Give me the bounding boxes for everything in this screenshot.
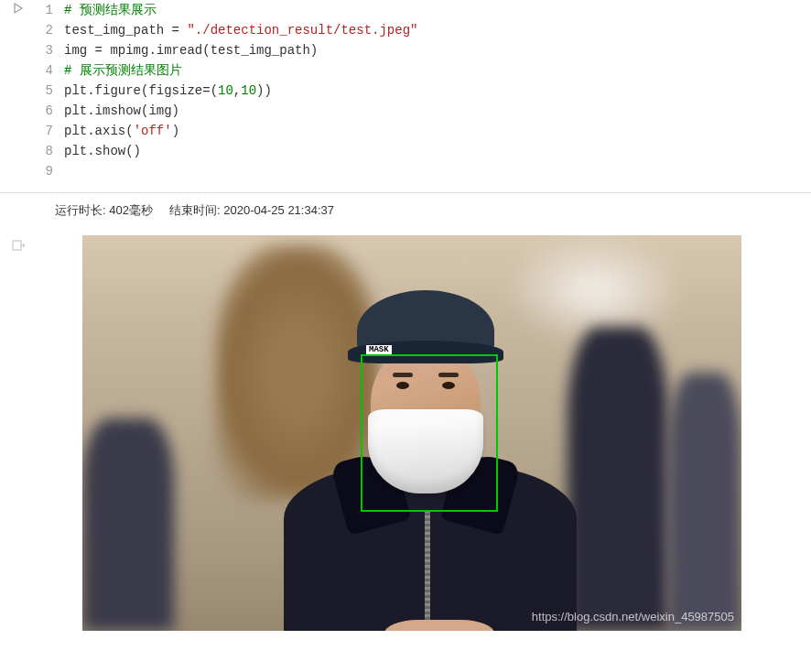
code-line[interactable]: test_img_path = "./detection_result/test… [64,20,802,40]
line-number: 7 [37,121,53,141]
code-line[interactable]: # 展示预测结果图片 [64,60,802,81]
watermark-text: https://blog.csdn.net/weixin_45987505 [532,610,734,623]
line-number-gutter: 123456789 [37,0,64,181]
code-line[interactable]: plt.show() [64,141,802,161]
play-icon [12,2,25,15]
output-indicator [0,235,37,631]
svg-rect-0 [13,241,21,250]
eyebrow [393,373,413,377]
line-number: 4 [37,60,53,81]
runtime-value: 402毫秒 [109,203,153,217]
code-line[interactable]: plt.axis('off') [64,121,802,141]
eyebrow [438,373,459,377]
output-image: MASK https://blog.csdn.net/weixin_459875… [82,235,741,631]
line-number: 6 [37,101,53,121]
eye [442,382,455,389]
foreground-person [302,290,558,631]
line-number: 2 [37,20,53,40]
output-cell: MASK https://blog.csdn.net/weixin_459875… [0,228,811,631]
code-line[interactable]: plt.figure(figsize=(10,10)) [64,81,802,101]
code-line[interactable]: img = mpimg.imread(test_img_path) [64,40,802,60]
output-icon [12,239,25,252]
endtime-label: 结束时间: [169,203,221,217]
output-content: MASK https://blog.csdn.net/weixin_459875… [37,235,811,631]
line-number: 5 [37,81,53,101]
background-person [82,418,174,631]
background-person [668,373,741,631]
runtime-label: 运行时长: [55,203,106,217]
hands [384,620,494,631]
code-cell: 123456789 # 预测结果展示test_img_path = "./det… [0,0,811,193]
endtime-value: 2020-04-25 21:34:37 [223,203,334,217]
code-line[interactable]: plt.imshow(img) [64,101,802,121]
detection-label: MASK [366,345,392,355]
zipper [425,510,430,631]
line-number: 9 [37,161,53,181]
code-editor[interactable]: # 预测结果展示test_img_path = "./detection_res… [64,0,811,181]
line-number: 3 [37,40,53,60]
line-number: 8 [37,141,53,161]
eye [396,382,409,389]
code-line[interactable]: # 预测结果展示 [64,0,802,20]
line-number: 1 [37,0,53,20]
run-cell-button[interactable] [0,0,37,181]
background-person [568,327,668,631]
execution-status: 运行时长: 402毫秒 结束时间: 2020-04-25 21:34:37 [0,193,811,228]
